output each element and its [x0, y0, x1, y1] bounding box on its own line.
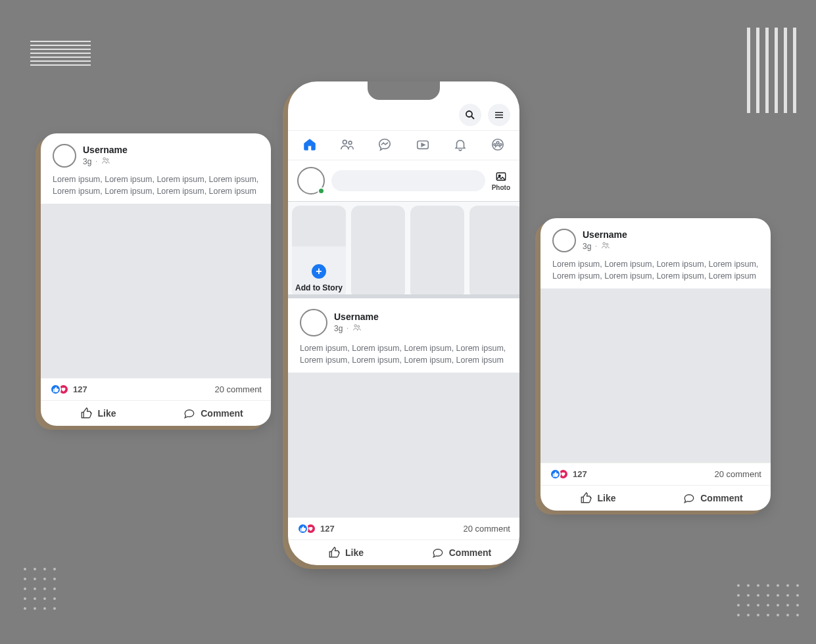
hamburger-icon	[493, 109, 505, 121]
comment-count[interactable]: 20 comment	[463, 524, 510, 534]
friends-icon	[340, 137, 354, 152]
photo-label: Photo	[492, 184, 510, 191]
reactions[interactable]: 127	[550, 469, 587, 480]
home-icon	[302, 137, 317, 152]
online-indicator	[318, 187, 325, 195]
audience-icon	[101, 156, 110, 168]
post-card-right: Username 3g · Lorem ipsum, Lorem ipsum, …	[540, 218, 771, 511]
stories-row[interactable]: + Add to Story	[288, 202, 519, 298]
svg-point-13	[496, 141, 499, 144]
phone-frame: Photo + Add to Story Username 3g ·	[288, 81, 519, 565]
svg-point-2	[603, 242, 606, 244]
photo-icon	[494, 171, 508, 183]
dot-separator: ·	[595, 242, 597, 250]
composer: Photo	[288, 160, 519, 202]
thumbs-up-icon	[580, 492, 592, 504]
comment-label: Comment	[700, 493, 743, 503]
tab-home[interactable]	[302, 137, 317, 154]
groups-icon	[491, 137, 505, 152]
tab-watch[interactable]	[416, 137, 430, 154]
svg-point-10	[348, 141, 352, 145]
dot-separator: ·	[95, 158, 97, 165]
username[interactable]: Username	[83, 145, 128, 155]
composer-input[interactable]	[331, 170, 485, 191]
story-add-preview	[292, 206, 346, 246]
menu-button[interactable]	[488, 104, 510, 126]
tabbar	[288, 131, 519, 160]
topbar	[288, 97, 519, 131]
post-image-placeholder[interactable]	[41, 204, 271, 378]
post-time: 3g	[583, 242, 591, 251]
comment-icon	[683, 492, 695, 504]
comment-button[interactable]: Comment	[656, 486, 771, 511]
feed-post: Username 3g · Lorem ipsum, Lorem ipsum, …	[288, 298, 519, 565]
svg-point-3	[606, 243, 608, 245]
comment-count[interactable]: 20 comment	[714, 469, 761, 479]
reaction-like-icon	[50, 384, 61, 395]
username[interactable]: Username	[334, 311, 379, 322]
svg-point-18	[354, 324, 357, 327]
reaction-count: 127	[320, 524, 335, 534]
composer-photo-button[interactable]: Photo	[492, 171, 510, 191]
dot-separator: ·	[347, 325, 348, 332]
comment-button[interactable]: Comment	[156, 401, 271, 426]
comment-icon	[432, 547, 444, 559]
like-button[interactable]: Like	[41, 401, 156, 426]
bell-icon	[453, 137, 468, 152]
deco-vertical-lines	[747, 28, 796, 113]
plus-icon: +	[310, 262, 328, 281]
avatar[interactable]	[300, 309, 327, 336]
post-header: Username 3g ·	[41, 133, 271, 172]
tab-friends[interactable]	[340, 137, 354, 154]
svg-point-14	[494, 144, 496, 146]
comment-count[interactable]: 20 comment	[214, 384, 262, 394]
reaction-like-icon	[297, 523, 308, 534]
reactions[interactable]: 127	[297, 523, 335, 534]
post-text: Lorem ipsum, Lorem ipsum, Lorem ipsum, L…	[288, 340, 519, 373]
svg-point-9	[343, 140, 347, 144]
tab-notifications[interactable]	[453, 137, 468, 154]
avatar[interactable]	[53, 144, 76, 168]
svg-point-4	[466, 111, 472, 117]
tab-groups[interactable]	[491, 137, 505, 154]
phone-notch	[368, 81, 440, 100]
reaction-like-icon	[550, 469, 561, 480]
like-label: Like	[597, 493, 615, 503]
svg-point-1	[107, 158, 108, 160]
svg-point-19	[358, 325, 360, 327]
like-button[interactable]: Like	[540, 486, 656, 511]
thumbs-up-icon	[328, 547, 340, 559]
svg-line-5	[471, 116, 474, 119]
messenger-icon	[377, 137, 392, 152]
avatar[interactable]	[552, 229, 576, 252]
like-label: Like	[97, 408, 116, 419]
like-label: Like	[345, 547, 364, 558]
post-time: 3g	[83, 157, 91, 166]
post-time: 3g	[334, 324, 343, 333]
search-button[interactable]	[459, 104, 481, 126]
svg-point-0	[103, 157, 106, 160]
deco-horizontal-lines	[30, 41, 91, 66]
comment-button[interactable]: Comment	[404, 540, 519, 565]
story-add-label: Add to Story	[295, 283, 343, 292]
thumbs-up-icon	[80, 407, 92, 419]
like-button[interactable]: Like	[288, 540, 404, 565]
story-add[interactable]: + Add to Story	[292, 206, 346, 298]
deco-dots-br	[737, 584, 800, 618]
post-header: Username 3g ·	[540, 218, 771, 256]
reaction-count: 127	[73, 384, 87, 394]
reactions[interactable]: 127	[50, 384, 87, 395]
post-card-left: Username 3g · Lorem ipsum, Lorem ipsum, …	[41, 133, 271, 426]
post-image-placeholder[interactable]	[288, 373, 519, 517]
post-text: Lorem ipsum, Lorem ipsum, Lorem ipsum, L…	[41, 172, 271, 204]
post-text: Lorem ipsum, Lorem ipsum, Lorem ipsum, L…	[540, 256, 771, 288]
tab-messenger[interactable]	[377, 137, 392, 154]
story-placeholder[interactable]	[469, 206, 519, 298]
username[interactable]: Username	[583, 229, 627, 240]
audience-icon	[352, 323, 362, 334]
deco-dots-bl	[24, 568, 57, 611]
story-placeholder[interactable]	[351, 206, 405, 298]
post-image-placeholder[interactable]	[540, 288, 771, 463]
post-header: Username 3g ·	[288, 298, 519, 340]
story-placeholder[interactable]	[410, 206, 464, 298]
